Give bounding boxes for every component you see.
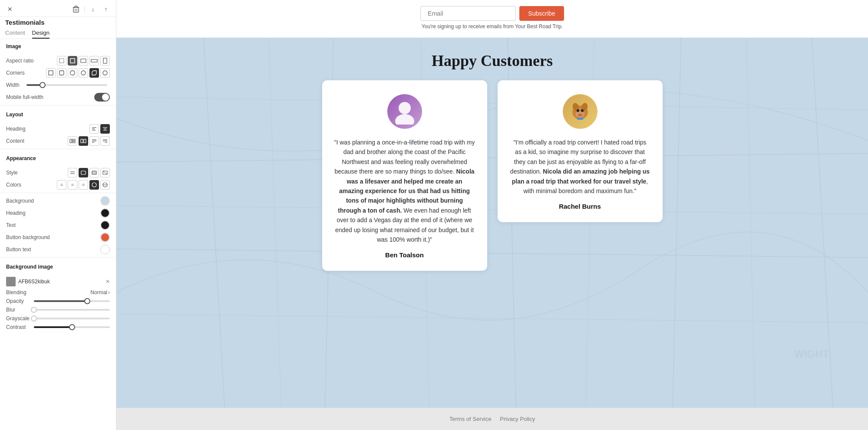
width-row: Width: [0, 79, 116, 91]
terms-link[interactable]: Terms of Service: [449, 416, 492, 422]
svg-rect-1: [59, 59, 64, 63]
heading-row: Heading: [0, 123, 116, 135]
content-layout-right[interactable]: [100, 136, 110, 146]
aspect-ratio-square[interactable]: [68, 56, 77, 66]
svg-rect-9: [81, 71, 86, 75]
left-panel: ✕ ↓ ↑ Testimonials Content Design Image …: [0, 0, 116, 430]
contrast-row: Contrast: [0, 323, 116, 332]
corner-slight[interactable]: [57, 68, 66, 78]
svg-point-60: [581, 109, 584, 112]
svg-rect-7: [59, 71, 64, 75]
right-content: Subscribe You're signing up to receive e…: [116, 0, 868, 430]
testimonial-card-2: "I'm officially a road trip convert! I h…: [498, 80, 663, 222]
svg-point-54: [395, 114, 414, 125]
style-card[interactable]: [79, 168, 88, 177]
corner-large[interactable]: [79, 68, 88, 78]
blur-row: Blur: [0, 305, 116, 314]
email-note: You're signing up to receive emails from…: [116, 23, 868, 30]
content-layout-list[interactable]: [68, 136, 77, 146]
subscribe-button[interactable]: Subscribe: [519, 6, 564, 21]
blending-value[interactable]: Normal ›: [90, 289, 110, 295]
aspect-ratio-label: Aspect ratio: [6, 58, 33, 64]
panel-title: Testimonials: [0, 19, 116, 26]
opacity-slider[interactable]: [34, 300, 110, 302]
mobile-fullwidth-toggle[interactable]: [94, 93, 110, 102]
svg-rect-8: [70, 71, 75, 75]
style-lines[interactable]: [68, 168, 77, 177]
background-color-swatch[interactable]: [100, 196, 110, 206]
style-diagonal[interactable]: [100, 168, 110, 177]
privacy-link[interactable]: Privacy Policy: [500, 416, 535, 422]
heading-align-center[interactable]: [100, 124, 110, 134]
testimonial-card-1: "I was planning a once-in-a-lifetime roa…: [322, 80, 487, 271]
avatar-2: [563, 94, 597, 129]
hero-title: Happy Customers: [432, 52, 553, 70]
contrast-label: Contrast: [6, 324, 32, 330]
avatar-1: [387, 94, 422, 129]
corners-row: Corners: [0, 67, 116, 79]
colors-label: Colors: [6, 182, 21, 188]
style-fill[interactable]: [89, 168, 99, 177]
chevron-right-icon: ›: [108, 289, 110, 295]
panel-header: ✕ ↓ ↑: [0, 0, 116, 17]
svg-rect-0: [73, 7, 79, 12]
text-color-swatch[interactable]: [100, 220, 110, 230]
arrow-up-icon[interactable]: ↑: [101, 4, 111, 14]
layout-section: Layout: [0, 107, 116, 123]
style-options: [68, 168, 110, 177]
svg-rect-2: [70, 59, 75, 63]
appearance-section: Appearance: [0, 151, 116, 167]
heading-color-swatch[interactable]: [100, 208, 110, 218]
svg-line-47: [268, 38, 281, 408]
mobile-fullwidth-label: Mobile full-width: [6, 94, 43, 100]
colors-opt1[interactable]: =: [57, 180, 66, 190]
content-layout-grid[interactable]: [79, 136, 88, 146]
grayscale-slider[interactable]: [34, 318, 110, 319]
aspect-ratio-free[interactable]: [57, 56, 66, 66]
svg-rect-62: [577, 118, 583, 120]
content-layout-left[interactable]: [89, 136, 99, 146]
heading-align-left[interactable]: [89, 124, 99, 134]
tab-content[interactable]: Content: [5, 28, 25, 39]
aspect-ratio-wide[interactable]: [89, 56, 99, 66]
testimonials-grid: "I was planning a once-in-a-lifetime roa…: [296, 80, 689, 408]
corners-label: Corners: [6, 70, 25, 76]
button-bg-color-swatch[interactable]: [100, 233, 110, 242]
svg-point-34: [92, 183, 96, 187]
corner-square[interactable]: [46, 68, 56, 78]
svg-rect-30: [81, 171, 86, 174]
button-text-color-label: Button text: [6, 246, 31, 253]
arrow-down-icon[interactable]: ↓: [88, 4, 98, 14]
appearance-section-title: Appearance: [6, 155, 110, 161]
corner-cut[interactable]: [89, 68, 99, 78]
aspect-ratio-portrait[interactable]: [100, 56, 110, 66]
svg-line-33: [103, 171, 107, 174]
tab-design[interactable]: Design: [32, 28, 50, 39]
heading-color-label: Heading: [6, 210, 26, 216]
contrast-slider[interactable]: [34, 326, 110, 328]
text-color-label: Text: [6, 222, 16, 228]
close-icon[interactable]: ✕: [5, 4, 15, 14]
image-section-title: Image: [6, 43, 110, 49]
testimonial-text-1: "I was planning a once-in-a-lifetime roa…: [334, 138, 475, 244]
delete-icon[interactable]: [71, 4, 81, 14]
width-slider[interactable]: [24, 84, 110, 86]
colors-opt3[interactable]: =: [79, 180, 88, 190]
colors-opt2[interactable]: =: [68, 180, 77, 190]
aspect-ratio-landscape[interactable]: [79, 56, 88, 66]
width-label: Width: [6, 82, 20, 88]
bg-image-section-title: Background image: [6, 264, 110, 270]
testimonial-text-2: "I'm officially a road trip convert! I h…: [510, 138, 650, 196]
email-input[interactable]: [420, 6, 516, 21]
corner-full[interactable]: [100, 68, 110, 78]
panel-header-icons: ↓ ↑: [71, 4, 111, 14]
corner-medium[interactable]: [68, 68, 77, 78]
colors-opt5[interactable]: [100, 180, 110, 190]
bg-image-remove-btn[interactable]: ✕: [106, 279, 110, 285]
layout-section-title: Layout: [6, 112, 110, 118]
blur-slider[interactable]: [34, 309, 110, 311]
content-layout-options: [68, 136, 110, 146]
colors-opt4[interactable]: [89, 180, 99, 190]
button-text-color-swatch[interactable]: [100, 245, 110, 254]
blending-label: Blending: [6, 289, 26, 295]
